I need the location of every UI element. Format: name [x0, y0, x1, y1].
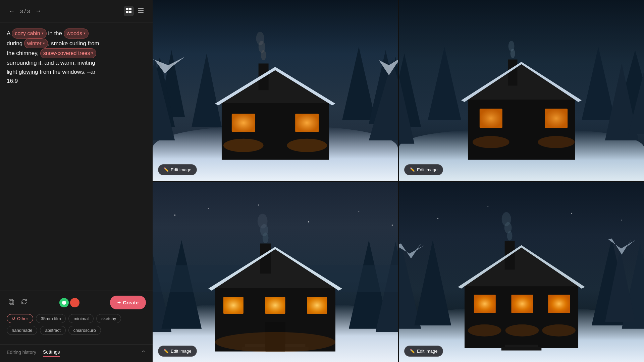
image-cell-2: ✏️ Edit image	[399, 0, 644, 181]
edit-label-1: Edit image	[171, 167, 191, 172]
prompt-text: A cozy cabin ▾ in the woods ▾ during win…	[7, 28, 146, 85]
style-tag-other-label: Other	[17, 316, 28, 321]
chip-winter[interactable]: winter ▾	[24, 39, 48, 49]
svg-rect-0	[126, 8, 128, 10]
svg-point-74	[174, 214, 175, 216]
svg-rect-4	[138, 8, 144, 9]
svg-marker-81	[414, 240, 451, 325]
icon-buttons	[7, 297, 29, 308]
svg-rect-1	[129, 8, 131, 10]
svg-point-73	[258, 214, 268, 228]
svg-marker-11	[192, 54, 222, 127]
style-tag-handmade[interactable]: handmade	[7, 326, 37, 335]
create-label: Create	[123, 300, 139, 305]
style-tag-sketchy-label: sketchy	[101, 316, 116, 321]
svg-rect-95	[548, 295, 570, 313]
svg-marker-20	[215, 67, 335, 104]
create-button[interactable]: Create	[110, 296, 146, 309]
image-cell-3: ✏️ Edit image	[153, 182, 398, 362]
avatar-group	[59, 298, 79, 307]
svg-point-31	[223, 139, 264, 152]
edit-image-button-4[interactable]: ✏️ Edit image	[404, 346, 443, 357]
svg-rect-42	[480, 109, 502, 128]
tab-editing-history[interactable]: Editing history	[7, 349, 36, 357]
nav-controls: ← 3 / 3 →	[7, 7, 43, 15]
refresh-icon: ↺	[12, 316, 15, 321]
image-cell-1: ✏️ Edit image	[153, 0, 398, 181]
svg-point-30	[256, 32, 264, 45]
style-tag-sketchy[interactable]: sketchy	[96, 314, 121, 323]
action-row: Create	[7, 296, 146, 309]
edit-label-4: Edit image	[417, 349, 437, 354]
svg-point-99	[468, 324, 501, 336]
svg-point-78	[258, 204, 259, 205]
svg-marker-87	[458, 245, 585, 287]
chip-cabin[interactable]: cozy cabin ▾	[12, 28, 47, 39]
svg-rect-61	[260, 243, 271, 274]
svg-point-104	[502, 212, 511, 226]
style-tag-abstract[interactable]: abstract	[40, 326, 65, 335]
style-tag-chiaroscuro[interactable]: chiaroscuro	[68, 326, 101, 335]
grid-view-button[interactable]	[124, 6, 134, 16]
prompt-area: A cozy cabin ▾ in the woods ▾ during win…	[0, 22, 153, 291]
svg-point-76	[308, 221, 309, 222]
word-a: A	[7, 30, 12, 37]
bottom-controls: Create ↺ Other 35mm film minimal sketchy…	[0, 291, 153, 344]
style-tag-abstract-label: abstract	[45, 328, 60, 333]
svg-rect-8	[9, 299, 13, 304]
next-button[interactable]: →	[33, 7, 43, 15]
page-counter: 3 / 3	[20, 8, 30, 14]
svg-point-75	[208, 208, 209, 209]
tab-expand-button[interactable]: ⌃	[141, 349, 146, 357]
edit-label-3: Edit image	[171, 349, 191, 354]
style-tag-minimal[interactable]: minimal	[68, 314, 94, 323]
svg-rect-3	[129, 11, 131, 13]
svg-point-100	[505, 324, 539, 336]
svg-rect-65	[223, 297, 244, 314]
tab-buttons: Editing history Settings	[7, 349, 60, 357]
style-tags: ↺ Other 35mm film minimal sketchy handma…	[7, 314, 146, 335]
bottom-tabs: Editing history Settings ⌃	[0, 344, 153, 362]
svg-rect-66	[265, 297, 285, 314]
svg-rect-38	[468, 100, 575, 160]
style-tag-other[interactable]: ↺ Other	[7, 314, 33, 323]
edit-image-button-1[interactable]: ✏️ Edit image	[158, 164, 197, 175]
svg-point-46	[508, 41, 515, 52]
svg-point-32	[287, 139, 327, 152]
edit-image-button-3[interactable]: ✏️ Edit image	[158, 346, 197, 357]
svg-point-77	[358, 211, 359, 212]
chip-snow-trees[interactable]: snow-covered trees ▾	[40, 48, 97, 58]
svg-rect-97	[501, 347, 542, 350]
svg-point-101	[542, 324, 576, 336]
svg-rect-6	[138, 12, 144, 13]
prev-button[interactable]: ←	[7, 7, 17, 15]
svg-rect-43	[545, 109, 568, 128]
image-cell-4: ✏️ Edit image	[399, 182, 644, 362]
view-controls	[124, 6, 146, 16]
svg-point-108	[621, 220, 622, 221]
edit-image-button-2[interactable]: ✏️ Edit image	[404, 164, 443, 175]
style-tag-35mm[interactable]: 35mm film	[36, 314, 66, 323]
chip-woods[interactable]: woods ▾	[64, 28, 89, 39]
avatar-green	[59, 298, 69, 307]
svg-point-48	[538, 136, 575, 148]
tab-settings[interactable]: Settings	[43, 349, 60, 357]
svg-rect-26	[295, 114, 319, 132]
svg-point-79	[392, 224, 393, 226]
word-glowing: glowing	[19, 69, 38, 75]
refresh-button[interactable]	[19, 297, 29, 308]
svg-marker-37	[461, 62, 582, 100]
svg-point-9	[62, 301, 66, 305]
copy-button[interactable]	[7, 297, 16, 308]
top-bar: ← 3 / 3 →	[0, 0, 153, 22]
svg-point-106	[487, 206, 488, 207]
svg-point-47	[473, 136, 509, 148]
svg-marker-35	[428, 47, 461, 120]
pencil-icon-2: ✏️	[410, 167, 415, 172]
style-tag-minimal-label: minimal	[73, 316, 89, 321]
svg-point-105	[437, 218, 438, 219]
pencil-icon-1: ✏️	[164, 167, 169, 172]
word-in-the: in the	[47, 30, 64, 37]
svg-rect-24	[232, 114, 255, 132]
list-view-button[interactable]	[136, 6, 146, 16]
